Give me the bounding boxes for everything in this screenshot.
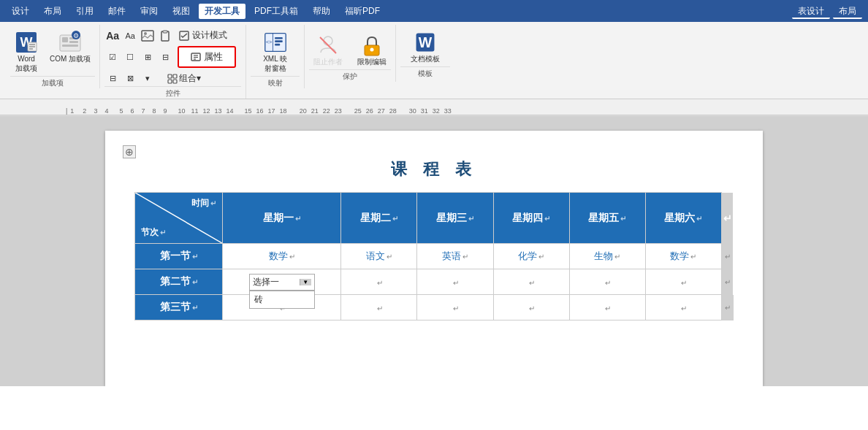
checkbox-ctrl2[interactable]: ☐ (122, 50, 138, 64)
menu-help[interactable]: 帮助 (307, 4, 336, 19)
menu-mail[interactable]: 邮件 (102, 4, 132, 19)
menu-view[interactable]: 视图 (167, 4, 196, 19)
grid-ctrl1[interactable]: ⊞ (140, 50, 156, 64)
svg-rect-3 (29, 44, 35, 45)
menu-table-design[interactable]: 表设计 (792, 4, 830, 19)
menu-review[interactable]: 审阅 (134, 4, 164, 19)
cell-3-2[interactable]: ↵ (341, 295, 417, 320)
svg-point-14 (144, 32, 147, 35)
menu-reference[interactable]: 引用 (70, 4, 99, 19)
table-move-handle[interactable]: ⊕ (123, 145, 136, 158)
word-addin-label: Word加载项 (15, 54, 37, 73)
menu-layout[interactable]: 布局 (38, 4, 67, 19)
table-row-3: 第三节↵ ↵ ↵ ↵ ↵ ↵ ↵ ↵ (135, 295, 734, 320)
menu-devtools[interactable]: 开发工具 (199, 4, 245, 19)
diagonal-text-bottom: 节次↵ (141, 226, 166, 239)
template-group-label: 模板 (400, 66, 450, 79)
svg-line-33 (320, 37, 336, 53)
addin-group-label: 加载项 (10, 76, 95, 88)
svg-rect-9 (69, 41, 78, 43)
diagonal-text-top: 时间↵ (191, 197, 216, 210)
header-friday: 星期五↵ (569, 193, 645, 244)
cell-3-5[interactable]: ↵ (569, 295, 645, 320)
cell-2-3[interactable]: ↵ (417, 269, 493, 295)
cell-3-4[interactable]: ↵ (493, 295, 569, 320)
clipboard-ctrl-button[interactable] (157, 28, 173, 43)
header-wednesday: 星期三↵ (417, 193, 493, 244)
cell-2-4[interactable]: ↵ (493, 269, 569, 295)
limit-edit-button[interactable]: 限制编辑 (353, 31, 391, 69)
grid-ctrl2[interactable]: ⊟ (157, 50, 173, 64)
cell-1-6[interactable]: 数学↵ (645, 244, 721, 269)
addin-group: W Word加载项 (6, 25, 100, 88)
cell-3-6[interactable]: ↵ (645, 295, 721, 320)
controls-row1: Aa Aa 设计模式 (104, 28, 232, 43)
ruler: | 1 2 3 4 △ 5 6 7 8 9 △ 10 11 12 13 14 △… (0, 99, 868, 115)
ribbon: 设计 布局 引用 邮件 审阅 视图 开发工具 PDF工具箱 帮助 福昕PDF 表… (0, 0, 868, 116)
properties-button[interactable]: 属性 (178, 46, 236, 68)
menu-bar: 设计 布局 引用 邮件 审阅 视图 开发工具 PDF工具箱 帮助 福昕PDF 表… (0, 0, 868, 22)
svg-rect-24 (168, 80, 172, 83)
svg-rect-30 (275, 40, 283, 42)
scrollbar-2: ↵ (722, 269, 734, 295)
header-thursday: 星期四↵ (493, 193, 569, 244)
cell-2-2[interactable]: ↵ (341, 269, 417, 295)
controls-group-label: 控件 (104, 86, 241, 99)
cell-2-1[interactable]: 选择一 ▼ 砖 (223, 269, 341, 295)
table-header-row: 时间↵ 节次↵ 星期一↵ 星期二↵ 星期三↵ 星期四↵ 星期五↵ 星期六↵ ↵ (135, 193, 734, 244)
aa-big-button[interactable]: Aa (104, 28, 121, 43)
cell-1-5[interactable]: 生物↵ (569, 244, 645, 269)
com-addin-icon: ⚙ (58, 31, 82, 54)
dropdown-selected-text: 选择一 (253, 276, 300, 288)
doc-template-label: 文档模板 (411, 54, 440, 64)
menu-foxit-pdf[interactable]: 福昕PDF (339, 4, 386, 19)
toolbar: W Word加载项 (0, 22, 868, 99)
doc-template-button[interactable]: W 文档模板 (406, 28, 444, 66)
properties-label: 属性 (204, 50, 223, 64)
template-group: W 文档模板 模板 (396, 25, 454, 79)
svg-rect-4 (29, 46, 35, 47)
cell-1-3[interactable]: 英语↵ (417, 244, 493, 269)
cell-1-1[interactable]: 数学↵ (223, 244, 341, 269)
dropdown-list: 砖 (249, 291, 315, 309)
row-header-2: 第二节↵ (135, 269, 223, 295)
row-header-1: 第一节↵ (135, 244, 223, 269)
group-combine-button[interactable]: 组合▾ (164, 71, 204, 86)
row-header-3: 第三节↵ (135, 295, 223, 320)
cell-1-2[interactable]: 语文↵ (341, 244, 417, 269)
ctrl-extra3[interactable]: ▾ (140, 72, 156, 86)
svg-rect-25 (173, 80, 177, 83)
design-mode-label: 设计模式 (192, 29, 227, 42)
svg-rect-10 (62, 45, 78, 47)
ctrl-extra1[interactable]: ⊟ (104, 72, 121, 86)
svg-text:W: W (419, 34, 433, 50)
dropdown-container[interactable]: 选择一 ▼ 砖 (224, 274, 339, 291)
image-ctrl-button[interactable] (140, 28, 156, 43)
cell-3-3[interactable]: ↵ (417, 295, 493, 320)
menu-table-layout[interactable]: 布局 (833, 4, 862, 19)
doc-template-icon: W (414, 31, 437, 54)
cell-2-5[interactable]: ↵ (569, 269, 645, 295)
word-addin-button[interactable]: W Word加载项 (10, 28, 42, 76)
svg-point-35 (370, 48, 374, 52)
ctrl-extra2[interactable]: ⊠ (122, 72, 138, 86)
xml-mapping-button[interactable]: <> XML 映射窗格 (259, 28, 292, 76)
controls-row3: ⊟ ⊠ ▾ 组合▾ (104, 71, 204, 86)
svg-text:<>: <> (266, 39, 272, 45)
menu-design[interactable]: 设计 (6, 4, 35, 19)
cell-1-4[interactable]: 化学↵ (493, 244, 569, 269)
block-author-label: 阻止作者 (313, 57, 343, 66)
dropdown-control[interactable]: 选择一 ▼ (249, 274, 315, 291)
com-addin-button[interactable]: ⚙ COM 加载项 (45, 28, 95, 66)
menu-pdf-tools[interactable]: PDF工具箱 (248, 4, 304, 19)
checkbox-ctrl1[interactable]: ☑ (104, 50, 121, 64)
word-addin-icon: W (15, 31, 38, 54)
xml-mapping-icon: <> (264, 31, 287, 54)
dropdown-arrow-icon[interactable]: ▼ (300, 279, 311, 285)
dropdown-option-1[interactable]: 砖 (250, 291, 314, 308)
block-author-button[interactable]: 阻止作者 (309, 31, 347, 69)
xml-mapping-group: <> XML 映射窗格 映射 (246, 25, 305, 88)
design-mode-button[interactable]: 设计模式 (175, 28, 232, 43)
aa-small-button[interactable]: Aa (122, 28, 138, 43)
cell-2-6[interactable]: ↵ (645, 269, 721, 295)
